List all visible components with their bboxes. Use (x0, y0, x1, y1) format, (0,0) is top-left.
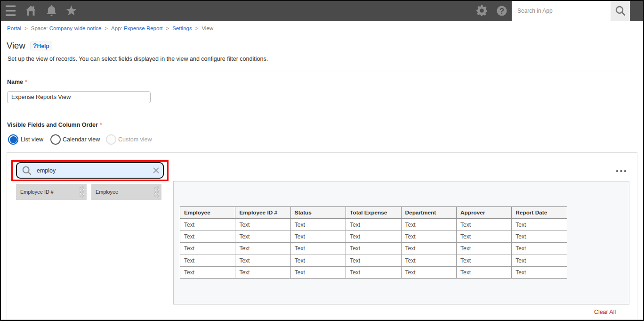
svg-text:?: ? (499, 7, 504, 15)
